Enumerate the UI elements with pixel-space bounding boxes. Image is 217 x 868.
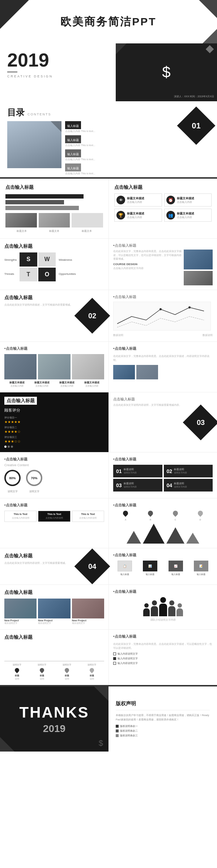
pt1-desc: 说明 bbox=[15, 677, 19, 681]
percent-item1: 80% 说明文字 bbox=[4, 470, 21, 494]
icon2-desc: 点击输入内容 bbox=[177, 200, 194, 204]
br2-title: •点击输入标题 bbox=[113, 634, 213, 639]
grid-text4: 标题说明说明文字内容 bbox=[174, 482, 187, 489]
pt4-desc: 说明 bbox=[90, 677, 94, 681]
sm-img1 bbox=[113, 365, 135, 379]
toc-header: 目录 CONTENTS bbox=[7, 107, 210, 118]
tri-top-right-deco bbox=[199, 0, 217, 18]
tab2-label: 标题文本描述 bbox=[34, 381, 50, 384]
grid-item1: 01 标题说明说明文字内容 bbox=[113, 465, 162, 477]
pins-text-row: 标题说明 标题说明 标题说明 标题说明 bbox=[4, 674, 104, 681]
bar2 bbox=[5, 200, 64, 204]
slide-chart: •点击输入标题 数据说明 数据说明 bbox=[109, 290, 217, 341]
grid-text2: 标题说明说明文字内容 bbox=[174, 468, 187, 475]
article-content: 在此处添加文字，完整表达内容和意思。点击此处添加文字描述，可以是概括性文字，也可… bbox=[113, 250, 213, 285]
slide-pins: 点击输入标题 说明文字 说明文字 说明文字 说明文字 标题说明 bbox=[0, 630, 109, 685]
row-creative: •点击输入标题 Creative Content 80% 说明文字 70% 说明… bbox=[0, 452, 217, 498]
numgrid-title: •点击输入标题 bbox=[113, 457, 213, 462]
card3-title: This Is Text bbox=[74, 513, 102, 515]
slide-thanks-row: THANKS 2019 $ 版权声明 本模板仅供用户学习使用，不得用于商业用途！… bbox=[0, 686, 217, 752]
icon-item2: ⏰ 标题文本描述点击输入内容 bbox=[164, 193, 212, 207]
percent-item2: 70% 说明文字 bbox=[26, 470, 42, 494]
p1-body bbox=[143, 608, 150, 616]
ic3-icon: 📈 bbox=[174, 565, 178, 568]
pt4: 标题说明 bbox=[90, 674, 94, 681]
ic4-label: 输入标题 bbox=[190, 573, 213, 576]
ch4-badge: 04 bbox=[80, 554, 105, 579]
ch2-badge: 02 bbox=[80, 303, 105, 328]
pin3-head bbox=[172, 510, 179, 517]
cc3-text: 版权说明条款三 bbox=[120, 734, 138, 737]
grid-num1: 01 bbox=[116, 468, 122, 474]
tab-labels-row: 标题文本描述点击输入内容 标题文本描述点击输入内容 标题文本描述点击输入内容 标… bbox=[4, 381, 104, 388]
icon3-desc: 点击输入内容 bbox=[127, 216, 144, 219]
silhouettes bbox=[113, 597, 213, 616]
checklist: 输入内容说明文字 输入内容说明文字 输入内容说明文字 bbox=[113, 652, 213, 665]
pt1-title: 标题 bbox=[15, 674, 19, 677]
subtitle-text: CREATIVE DESIGN bbox=[7, 75, 109, 78]
pin-c: 说明文字 bbox=[63, 663, 71, 672]
divider-bar bbox=[7, 72, 17, 72]
bullet-right-text: 在此处添加文字，完整表达内容和意思。点击此处添加文字描述，内容说明文字内容说明。 bbox=[113, 354, 213, 362]
label3: 标题文本 bbox=[82, 229, 92, 233]
grid-num2: 02 bbox=[167, 468, 173, 474]
review-item3: 评分项目三 ★★★☆☆ bbox=[4, 435, 104, 443]
tab1: 标题文本描述点击输入内容 bbox=[9, 381, 25, 388]
ic1-icon: 📋 bbox=[123, 565, 127, 568]
line-chart bbox=[113, 302, 211, 331]
cc2-text: 版权说明条款二 bbox=[120, 729, 138, 733]
slide-copyright: 版权声明 本模板仅供用户学习使用，不得用于商业用途！如需商业用途，请购买正版！R… bbox=[109, 686, 217, 752]
toc-item2-label: 输入标题 bbox=[67, 139, 79, 142]
p2-body bbox=[151, 606, 158, 616]
art-img-col bbox=[184, 250, 213, 285]
row-cards: •点击输入标题 This Is Text 点击输入内容说明 This Is Te… bbox=[0, 498, 217, 548]
pt1: 标题说明 bbox=[15, 674, 19, 681]
slide-bullet-left: •点击输入标题 标题文本描述点击输入内容 标题文本描述点击输入内容 标题文本描述… bbox=[0, 342, 109, 392]
pin1-label: A bbox=[123, 519, 128, 521]
card3-desc: 点击输入内容说明 bbox=[74, 516, 102, 520]
chart-legend: 数据说明 数据说明 bbox=[113, 333, 213, 337]
pins-slide-title: 点击输入标题 bbox=[4, 634, 104, 641]
bar-group bbox=[5, 194, 103, 210]
img1 bbox=[5, 213, 37, 227]
icon4-text: 标题文本描述点击输入内容 bbox=[177, 212, 194, 219]
pie1-val: 80% bbox=[9, 476, 16, 480]
toc-title: 目录 bbox=[7, 107, 25, 118]
bar1 bbox=[5, 194, 84, 199]
art-img1 bbox=[184, 250, 213, 269]
art-text: 在此处添加文字，完整表达内容和意思。点击此处添加文字描述，可以是概括性文字，也可… bbox=[113, 250, 182, 261]
tab2-desc: 点击输入内容 bbox=[34, 384, 50, 388]
ic2-label: 输入标题 bbox=[139, 573, 162, 576]
label1: 标题文本 bbox=[17, 229, 27, 233]
pt3-title: 标题 bbox=[65, 674, 69, 677]
threats-label: Threats bbox=[4, 272, 17, 276]
pin3: C bbox=[173, 511, 178, 521]
slide-swot: 点击输入标题 Strengths Threats S W T O Weaknes… bbox=[0, 239, 109, 290]
row-swot: 点击输入标题 Strengths Threats S W T O Weaknes… bbox=[0, 239, 217, 290]
pie2-val: 70% bbox=[31, 476, 37, 480]
input-cards-row: 📋 输入标题 📊 输入标题 📈 输入标题 📝 输入标题 bbox=[113, 561, 213, 576]
swot-w: W bbox=[38, 252, 56, 267]
legend1: 数据说明 bbox=[113, 333, 123, 337]
main-title: 欧美商务简洁PPT bbox=[60, 14, 156, 29]
art-bullet-title: •点击输入标题 bbox=[113, 243, 213, 248]
pins-row: A B C D bbox=[113, 511, 213, 521]
p3-head bbox=[160, 597, 166, 603]
slide-4-right: 点击输入标题 👁 标题文本描述点击输入内容 ⏰ 标题文本描述点击输入内容 🏆 标… bbox=[109, 179, 217, 238]
check-item1: 输入内容说明文字 bbox=[113, 652, 213, 656]
dollar-icon: $ bbox=[162, 64, 170, 81]
mtn-title: •点击输入标题 bbox=[113, 503, 213, 508]
clock-icon: ⏰ bbox=[166, 196, 175, 204]
grid-text3: 标题说明说明文字内容 bbox=[124, 482, 137, 489]
person1 bbox=[143, 603, 150, 616]
people-desc: 团队介绍说明文字内容 bbox=[113, 618, 213, 622]
tab3-desc: 点击输入内容 bbox=[59, 384, 75, 388]
people-title: •点击输入标题 bbox=[113, 589, 213, 594]
dot3 bbox=[11, 446, 13, 448]
ic1: 📋 输入标题 bbox=[113, 561, 136, 576]
person5 bbox=[176, 603, 183, 616]
toc-item4-desc: 点击输入内容 This is text... bbox=[65, 172, 210, 175]
toc-image bbox=[7, 121, 61, 168]
p4-body bbox=[168, 606, 175, 616]
slide-bullet-r2: •点击输入标题 在此处添加文字，完整表达内容和意思。点击此处添加文字描述，可以是… bbox=[109, 630, 217, 685]
